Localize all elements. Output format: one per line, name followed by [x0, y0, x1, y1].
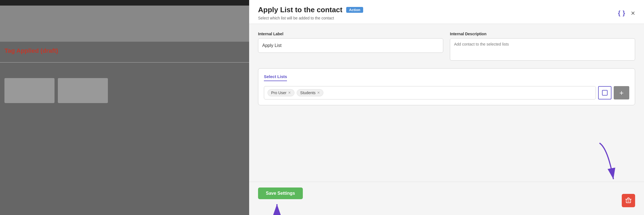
modal-header-left: Apply List to the contact Action Select … — [258, 6, 363, 20]
modal-footer: Save Settings — [249, 182, 644, 215]
modal-title-row: Apply List to the contact Action — [258, 6, 363, 14]
internal-description-textarea[interactable] — [450, 38, 635, 61]
save-settings-button[interactable]: Save Settings — [258, 188, 303, 199]
select-box-button[interactable] — [598, 86, 611, 99]
code-icon[interactable]: { } — [618, 9, 625, 17]
modal-header-right: { } × — [618, 9, 635, 17]
internal-label-input[interactable] — [258, 38, 443, 53]
tag-chip-students: Students × — [297, 89, 324, 96]
tag-applied-text: Tag Applied (draft) — [0, 42, 249, 60]
add-button[interactable]: + — [614, 86, 629, 99]
internal-label-label: Internal Label — [258, 32, 443, 36]
svg-rect-0 — [602, 90, 607, 95]
draft-label: (draft) — [41, 47, 58, 54]
divider — [0, 62, 249, 62]
modal-body: Internal Label Internal Description Sele… — [249, 24, 644, 182]
select-lists-label: Select Lists — [264, 74, 287, 81]
trash-icon — [625, 198, 631, 204]
modal-panel: Apply List to the contact Action Select … — [249, 0, 644, 215]
placeholder-box-1 — [4, 78, 55, 103]
form-row: Internal Label Internal Description — [258, 32, 635, 61]
internal-description-field: Internal Description — [450, 32, 635, 61]
modal-subtitle: Select which list will be added to the c… — [258, 16, 363, 20]
action-badge: Action — [346, 7, 363, 13]
top-bar — [0, 0, 249, 6]
left-panel: Tag Applied (draft) — [0, 0, 249, 215]
delete-button[interactable] — [622, 194, 635, 207]
modal-title: Apply List to the contact — [258, 6, 342, 14]
checkbox-square-icon — [602, 90, 608, 96]
gray-box — [0, 6, 249, 42]
internal-label-field: Internal Label — [258, 32, 443, 61]
select-lists-input-row: Pro User × Students × + — [264, 86, 629, 99]
modal-header: Apply List to the contact Action Select … — [249, 0, 644, 24]
select-lists-container: Select Lists Pro User × Students × — [258, 68, 635, 105]
tag-pro-user-remove[interactable]: × — [288, 91, 291, 95]
placeholder-boxes — [0, 74, 249, 108]
tag-students-remove[interactable]: × — [317, 91, 320, 95]
tag-chip-pro-user: Pro User × — [267, 89, 294, 96]
tag-pro-user-label: Pro User — [271, 91, 286, 95]
internal-description-label: Internal Description — [450, 32, 635, 36]
tag-applied-label: Tag Applied — [4, 47, 39, 54]
placeholder-box-2 — [58, 78, 108, 103]
tag-students-label: Students — [300, 91, 316, 95]
svg-rect-3 — [626, 199, 631, 203]
close-button[interactable]: × — [631, 9, 635, 17]
tags-input-area[interactable]: Pro User × Students × — [264, 86, 596, 99]
